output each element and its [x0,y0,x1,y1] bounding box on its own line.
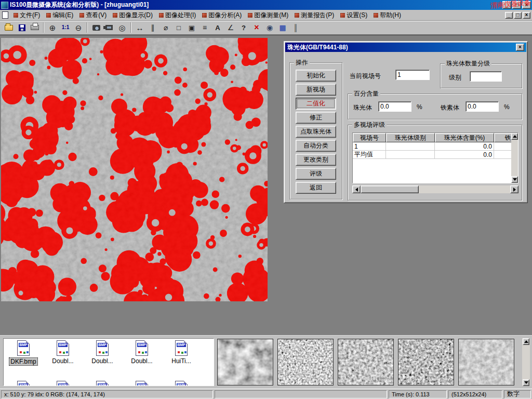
file-item[interactable]: BMPDoubl... [43,339,83,379]
menu-label: 图像处理(I) [165,11,196,20]
mdi-restore-button[interactable]: □ [514,12,522,19]
column-header[interactable]: 珠光体含量(%) [435,133,494,142]
file-item[interactable]: BMPDKF.bmp [4,339,43,379]
scroll-up-button[interactable] [511,133,518,140]
menu-item-image-analysis[interactable]: 图像分析(A) [199,10,245,21]
thumbnail-image[interactable] [338,339,394,385]
print-icon[interactable] [29,22,41,34]
menu-item-measure-report[interactable]: 测量报告(P) [291,10,337,21]
panel-scrollbar[interactable] [522,338,530,386]
ferrite-percent-input[interactable] [466,101,499,112]
table-row[interactable]: 平均值0.0 [353,151,518,159]
table-row[interactable]: 10.0 [353,142,518,151]
file-item[interactable]: BMP [122,379,162,386]
mdi-minimize-button[interactable]: _ [505,12,513,19]
settings-menu-icon [340,13,345,18]
close-button[interactable]: × [522,1,531,9]
bmp-format-label: BMP [177,343,186,347]
menu-item-image-process[interactable]: 图像处理(I) [156,10,199,21]
operation-button[interactable]: 新视场 [296,84,336,96]
operation-button[interactable]: 评级 [296,168,336,180]
table-cell: 0.0 [435,151,494,159]
measure-rect-icon[interactable]: □ [172,22,185,34]
file-item[interactable]: BMPDoubl... [122,339,162,379]
operation-button[interactable]: 返回 [296,182,336,194]
panel-scroll-down-button[interactable] [523,379,529,386]
specimen-image[interactable] [1,38,268,301]
file-item[interactable]: BMP [83,379,122,386]
file-name: HuiTi... [170,357,192,365]
preview-eye-icon[interactable]: ◉ [263,22,276,34]
mdi-document-icon[interactable] [2,11,8,19]
scroll-right-button[interactable] [510,185,518,193]
operation-button[interactable]: 二值化 [296,98,336,110]
help-icon[interactable]: ? [237,22,250,34]
minimize-button[interactable]: _ [502,1,511,9]
pearlite-percent-input[interactable] [378,101,411,112]
ferrite-label: 铁素体 [441,103,459,112]
menu-item-image-display[interactable]: 图像显示(D) [110,10,156,21]
column-header[interactable]: 珠光体级别 [386,133,435,142]
current-field-label: 当前视场号 [350,72,381,81]
column-header[interactable]: 视场号 [353,133,386,142]
actual-size-icon[interactable]: 1:1 [59,22,72,34]
scroll-left-button[interactable] [352,185,361,193]
ruler-tool-icon[interactable]: ║ [289,22,302,34]
video-capture-icon[interactable] [103,22,115,34]
operation-button[interactable]: 更改类别 [296,154,336,166]
scroll-down-button[interactable] [511,176,518,183]
save-file-icon[interactable] [16,22,28,34]
bmp-format-label: BMP [19,383,28,386]
measure-length-icon[interactable]: ↔ [134,22,146,34]
table-vertical-scrollbar[interactable] [511,133,518,183]
measure-parallel-icon[interactable]: ∥ [147,22,159,34]
menu-item-file[interactable]: 文件(F) [10,10,43,21]
current-field-input[interactable] [395,70,430,80]
file-item[interactable]: BMP [43,379,83,386]
file-item[interactable]: BMPHuiTi... [162,339,201,379]
operation-button[interactable]: 修正 [296,112,336,124]
target-calibrate-icon[interactable]: ◎ [116,22,128,34]
measure-angle-icon[interactable]: ∠ [224,22,237,34]
measure-diameter-icon[interactable]: ⌀ [159,22,172,34]
file-item[interactable]: BMPDoubl... [83,339,122,379]
thumbnail-image[interactable] [217,339,273,385]
delete-tool-icon[interactable]: × [250,22,263,34]
zoom-out-icon[interactable]: ⊖ [72,22,85,34]
camera-capture-icon[interactable] [90,22,102,34]
menu-item-help[interactable]: 帮助(H) [370,10,404,21]
zoom-in-icon[interactable]: ⊕ [46,22,59,34]
menu-item-view[interactable]: 查看(V) [76,10,110,21]
operation-button[interactable]: 初始化 [296,70,336,82]
mdi-close-button[interactable]: × [523,12,530,19]
operation-button[interactable]: 自动分类 [296,140,336,152]
menu-item-image-measure[interactable]: 图像测量(M) [245,10,291,21]
dialog-title-bar[interactable]: 珠光体(GB/T9441-88) × [285,43,526,52]
restore-button[interactable]: □ [512,1,521,9]
zoom-in-glyph: ⊕ [49,24,56,32]
file-item[interactable]: BMP [4,379,43,386]
down-arrow-icon [513,178,517,181]
grading-group: 珠光体数量分级 级别 [440,63,522,88]
measure-list-icon[interactable]: ≡ [198,22,211,34]
dialog-close-button[interactable]: × [516,44,524,51]
thumbnail-image[interactable] [277,339,334,385]
open-file-icon[interactable] [3,22,15,34]
thumbnail-image[interactable] [398,339,454,385]
menu-item-settings[interactable]: 设置(S) [337,10,370,21]
grade-level-input[interactable] [470,71,502,82]
table-horizontal-scrollbar[interactable] [352,185,518,193]
operation-button[interactable]: 点取珠光体 [296,126,336,138]
menu-label: 图像测量(M) [254,11,288,20]
scrollbar-thumb[interactable] [361,185,419,193]
annotate-text-icon[interactable]: A [211,22,224,34]
menu-item-edit[interactable]: 编辑(E) [43,10,76,21]
panel-scroll-up-button[interactable] [523,338,529,345]
title-bar[interactable]: IS100显微摄像系统(金相分析版) - [zhuguangti01] _ □ … [0,0,532,10]
measure-area-icon[interactable]: ▣ [185,22,198,34]
grid-overlay-icon[interactable]: ▦ [276,22,289,34]
thumbnail-image[interactable] [458,339,514,385]
measure-rect-glyph: □ [177,24,181,31]
file-item[interactable]: BMP [162,379,201,386]
bmp-format-label: BMP [58,383,68,386]
